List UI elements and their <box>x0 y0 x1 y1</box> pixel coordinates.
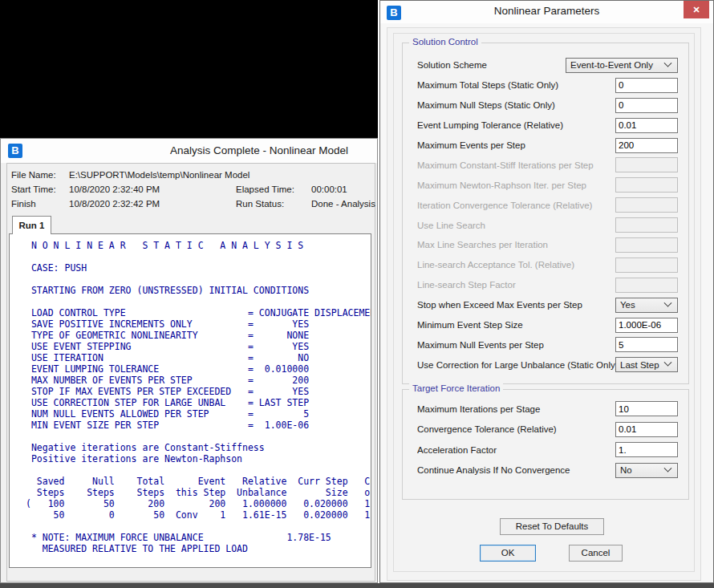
reset-to-defaults-button[interactable]: Reset To Defaults <box>500 518 604 535</box>
use-correction-for-large-unbalance-label: Use Correction for Large Unbalance (Stat… <box>417 360 615 370</box>
maximum-constant-stiff-iterations-input <box>615 157 678 172</box>
maximum-newton-raphson-iter-row: Maximum Newton-Raphson Iter. per Step <box>403 175 688 195</box>
chevron-down-icon <box>664 464 672 472</box>
analysis-console[interactable]: N O N L I N E A R S T A T I C A N A L Y … <box>9 233 371 568</box>
max-line-searches-per-iteration-input <box>615 237 678 253</box>
finish-time-row: Finish 10/8/2020 2:32:42 PM Run Status: … <box>1 197 378 210</box>
maximum-null-steps-input[interactable] <box>615 98 678 113</box>
stop-when-exceed-max-events-dropdown[interactable]: Yes <box>615 298 678 313</box>
start-time-label: Start Time: <box>11 183 56 196</box>
stop-when-exceed-max-events-label: Stop when Exceed Max Events per Step <box>417 300 615 310</box>
use-correction-for-large-unbalance-selected-value: Last Step <box>616 360 665 370</box>
convergence-tolerance-input[interactable] <box>615 422 678 437</box>
analysis-window-title: Analysis Complete - Nonlinear Model <box>1 139 378 163</box>
maximum-iterations-per-stage-row: Maximum Iterations per Stage <box>403 399 688 420</box>
line-search-step-factor-row: Line-search Step Factor <box>403 275 688 295</box>
start-time-row: Start Time: 10/8/2020 2:32:40 PM Elapsed… <box>1 183 378 196</box>
run-status-label: Run Status: <box>236 197 284 210</box>
analysis-window-titlebar[interactable]: B Analysis Complete - Nonlinear Model <box>1 139 377 163</box>
solution-scheme-row: Solution SchemeEvent-to-Event Only <box>403 55 688 75</box>
maximum-events-per-step-input[interactable] <box>615 138 678 153</box>
maximum-null-steps-row: Maximum Null Steps (Static Only) <box>403 95 688 116</box>
maximum-null-events-per-step-row: Maximum Null Events per Step <box>403 335 688 355</box>
desktop-bottom-strip <box>0 583 714 588</box>
finish-label: Finish <box>11 197 36 210</box>
max-line-searches-per-iteration-row: Max Line Searches per Iteration <box>403 235 688 255</box>
chevron-down-icon <box>664 59 672 67</box>
console-output: N O N L I N E A R S T A T I C A N A L Y … <box>10 234 371 554</box>
iteration-convergence-tolerance-row: Iteration Convergence Tolerance (Relativ… <box>403 195 688 215</box>
max-line-searches-per-iteration-label: Max Line Searches per Iteration <box>417 240 615 249</box>
stop-when-exceed-max-events-selected-value: Yes <box>616 300 665 310</box>
dialog-title: Nonlinear Parameters <box>380 1 713 22</box>
close-button[interactable]: ✕ <box>684 1 709 18</box>
continue-analysis-if-no-convergence-label: Continue Analysis If No Convergence <box>417 465 615 475</box>
line-search-acceptance-tol-input <box>615 258 678 273</box>
maximum-iterations-per-stage-input[interactable] <box>615 401 678 416</box>
chevron-down-icon <box>664 298 672 306</box>
use-line-search-label: Use Line Search <box>417 221 615 230</box>
maximum-events-per-step-label: Maximum Events per Step <box>417 140 615 150</box>
acceleration-factor-row: Acceleration Factor <box>403 440 688 460</box>
finish-time-value: 10/8/2020 2:32:42 PM <box>69 197 160 210</box>
minimum-event-step-size-label: Minimum Event Step Size <box>417 320 615 330</box>
maximum-total-steps-label: Maximum Total Steps (Static Only) <box>417 80 615 90</box>
line-search-acceptance-tol-label: Line-search Acceptance Tol. (Relative) <box>417 260 615 270</box>
line-search-step-factor-input <box>615 278 678 293</box>
maximum-null-events-per-step-label: Maximum Null Events per Step <box>417 340 615 350</box>
continue-analysis-if-no-convergence-selected-value: No <box>616 465 665 475</box>
solution-scheme-label: Solution Scheme <box>417 60 566 70</box>
minimum-event-step-size-row: Minimum Event Step Size <box>403 315 688 335</box>
line-search-acceptance-tol-row: Line-search Acceptance Tol. (Relative) <box>403 255 688 275</box>
target-force-iteration-group-title: Target Force Iteration <box>409 383 503 393</box>
maximum-total-steps-row: Maximum Total Steps (Static Only) <box>403 75 688 95</box>
app-background-black <box>0 0 378 138</box>
stop-when-exceed-max-events-row: Stop when Exceed Max Events per StepYes <box>403 295 688 315</box>
solution-control-group-title: Solution Control <box>409 37 481 47</box>
run-status-value: Done - Analysis Cor <box>311 197 378 210</box>
solution-scheme-selected-value: Event-to-Event Only <box>566 60 665 70</box>
maximum-constant-stiff-iterations-row: Maximum Constant-Stiff Iterations per St… <box>403 155 688 175</box>
tab-run-1[interactable]: Run 1 <box>12 216 51 234</box>
maximum-events-per-step-row: Maximum Events per Step <box>403 136 688 156</box>
convergence-tolerance-label: Convergence Tolerance (Relative) <box>417 424 615 434</box>
maximum-total-steps-input[interactable] <box>615 78 678 93</box>
use-correction-for-large-unbalance-dropdown[interactable]: Last Step <box>615 357 678 372</box>
iteration-convergence-tolerance-input <box>615 197 678 213</box>
use-line-search-input <box>615 217 678 233</box>
file-name-label: File Name: <box>11 168 56 181</box>
acceleration-factor-label: Acceleration Factor <box>417 445 615 455</box>
line-search-step-factor-label: Line-search Step Factor <box>417 280 615 290</box>
maximum-constant-stiff-iterations-label: Maximum Constant-Stiff Iterations per St… <box>417 160 615 170</box>
target-force-iteration-group: Target Force Iteration Maximum Iteration… <box>402 389 689 500</box>
file-name-value: E:\SUPPORT\Models\temp\Nonlinear Model <box>69 168 249 181</box>
solution-control-group: Solution Control Solution SchemeEvent-to… <box>402 43 689 384</box>
chevron-down-icon <box>664 359 672 367</box>
continue-analysis-if-no-convergence-dropdown[interactable]: No <box>615 463 678 478</box>
maximum-newton-raphson-iter-input <box>615 177 678 193</box>
elapsed-time-value: 00:00:01 <box>311 183 347 196</box>
cancel-button[interactable]: Cancel <box>569 545 623 562</box>
ok-button[interactable]: OK <box>480 545 536 562</box>
event-lumping-tolerance-row: Event Lumping Tolerance (Relative) <box>403 116 688 136</box>
use-correction-for-large-unbalance-row: Use Correction for Large Unbalance (Stat… <box>403 355 688 375</box>
minimum-event-step-size-input[interactable] <box>615 318 678 333</box>
convergence-tolerance-row: Convergence Tolerance (Relative) <box>403 420 688 440</box>
screen: B Analysis Complete - Nonlinear Model Fi… <box>0 0 714 588</box>
iteration-convergence-tolerance-label: Iteration Convergence Tolerance (Relativ… <box>417 201 615 210</box>
solution-scheme-dropdown[interactable]: Event-to-Event Only <box>566 58 678 73</box>
file-name-row: File Name: E:\SUPPORT\Models\temp\Nonlin… <box>1 168 378 181</box>
elapsed-time-label: Elapsed Time: <box>236 183 294 196</box>
analysis-complete-window: B Analysis Complete - Nonlinear Model Fi… <box>0 138 378 583</box>
maximum-null-events-per-step-input[interactable] <box>615 337 678 352</box>
nonlinear-parameters-dialog: B Nonlinear Parameters ✕ Solution Contro… <box>379 0 714 583</box>
use-line-search-row: Use Line Search <box>403 215 688 235</box>
dialog-titlebar[interactable]: B Nonlinear Parameters <box>380 1 713 23</box>
event-lumping-tolerance-label: Event Lumping Tolerance (Relative) <box>417 120 615 130</box>
start-time-value: 10/8/2020 2:32:40 PM <box>69 183 160 196</box>
maximum-iterations-per-stage-label: Maximum Iterations per Stage <box>417 404 615 414</box>
acceleration-factor-input[interactable] <box>615 442 678 457</box>
maximum-null-steps-label: Maximum Null Steps (Static Only) <box>417 100 615 110</box>
maximum-newton-raphson-iter-label: Maximum Newton-Raphson Iter. per Step <box>417 180 615 190</box>
event-lumping-tolerance-input[interactable] <box>615 118 678 133</box>
